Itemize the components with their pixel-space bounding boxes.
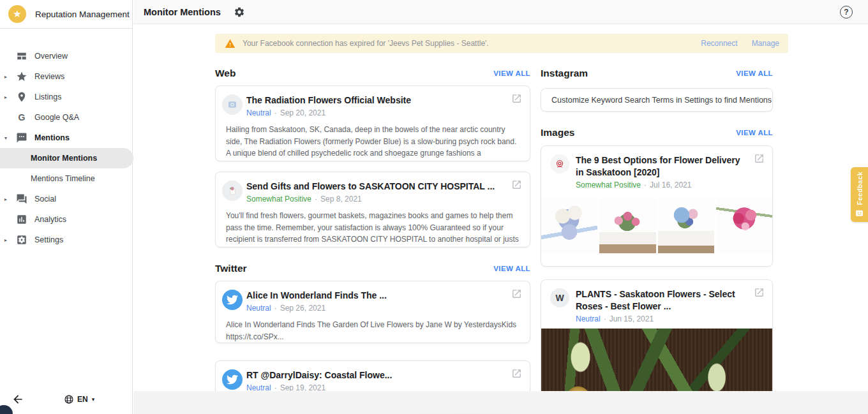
twitter-mention-card[interactable]: Alice In Wonderland Finds The ... Neutra… xyxy=(215,281,530,343)
open-in-new-icon[interactable] xyxy=(511,93,522,104)
twitter-mention-card[interactable]: RT @DarrylDaisy: Coastal Flowe... Neutra… xyxy=(215,360,530,391)
section-title-web: Web xyxy=(215,68,236,79)
caret-down-icon: ▾ xyxy=(92,396,95,403)
smiley-icon xyxy=(855,209,864,218)
section-title-images: Images xyxy=(541,127,574,138)
mention-title[interactable]: Alice In Wonderland Finds The ... xyxy=(246,290,387,302)
mention-date: Sep 8, 2021 xyxy=(320,195,362,203)
open-in-new-icon[interactable] xyxy=(511,368,522,379)
web-mention-card[interactable]: Send Gifts and Flowers to SASKATOON CITY… xyxy=(215,172,530,248)
twitter-view-all-link[interactable]: VIEW ALL xyxy=(493,265,530,272)
help-icon[interactable]: ? xyxy=(840,6,853,18)
page-title: Monitor Mentions xyxy=(144,7,221,17)
language-label: EN xyxy=(77,395,88,404)
sentiment-link[interactable]: Neutral xyxy=(246,383,271,391)
question-mark: ? xyxy=(844,8,848,17)
mention-title[interactable]: The 9 Best Options for Flower Delivery i… xyxy=(576,154,744,179)
location-pin-icon xyxy=(15,91,29,103)
chevron-down-icon[interactable]: ▾ xyxy=(0,135,11,141)
photo-thumbnails xyxy=(541,197,772,253)
separator: · xyxy=(274,304,277,313)
web-view-all-link[interactable]: VIEW ALL xyxy=(493,70,530,77)
image-mention-card[interactable]: W PLANTS - Saskatoon Flowers - Select Ro… xyxy=(541,279,773,391)
separator: · xyxy=(604,314,606,323)
feedback-tab[interactable]: Feedback xyxy=(851,167,868,222)
photo-white-blue-bouquet[interactable] xyxy=(541,197,597,253)
sidebar-item-analytics[interactable]: Analytics xyxy=(0,209,132,230)
forum-icon xyxy=(15,193,29,205)
mention-date: Sep 19, 2021 xyxy=(280,383,326,391)
photo-pink-arrangement-in-vase[interactable] xyxy=(599,197,655,253)
sentiment-link[interactable]: Neutral xyxy=(246,304,271,313)
sidebar-item-label: Reviews xyxy=(34,72,64,81)
chevron-right-icon[interactable]: ▸ xyxy=(0,196,11,202)
sidebar-item-label: Social xyxy=(34,195,56,203)
sidebar-item-overview[interactable]: Overview xyxy=(0,46,132,66)
google-g-icon: G xyxy=(15,112,29,122)
open-in-new-icon[interactable] xyxy=(511,179,522,190)
sidebar-item-listings[interactable]: ▸ Listings xyxy=(0,87,132,107)
mention-date: Sep 26, 2021 xyxy=(280,304,326,313)
sidebar-item-monitor-mentions[interactable]: Monitor Mentions xyxy=(0,148,133,168)
mention-title[interactable]: The Radiation Flowers Official Website xyxy=(246,94,411,107)
instagram-empty-card: Customize Keyword Search Terms in Settin… xyxy=(541,88,773,112)
bar-chart-icon xyxy=(15,214,29,225)
feedback-label: Feedback xyxy=(856,172,864,205)
instagram-section-header: Instagram VIEW ALL xyxy=(541,67,773,80)
sidebar-item-mentions[interactable]: ▾ Mentions xyxy=(0,128,132,148)
sidebar-item-label: Mentions xyxy=(34,133,70,142)
app-root: ★ Reputation Management Overview ▸ Revie… xyxy=(0,0,868,414)
brand-name: Reputation Management xyxy=(35,10,130,19)
photo-pineapples-and-leaves[interactable] xyxy=(541,329,772,391)
twitter-section-header: Twitter VIEW ALL xyxy=(215,262,530,275)
mention-title[interactable]: Send Gifts and Flowers to SASKATOON CITY… xyxy=(246,181,495,193)
sidebar-item-label: Listings xyxy=(34,92,61,101)
open-in-new-icon[interactable] xyxy=(754,153,765,164)
section-title-twitter: Twitter xyxy=(215,263,247,274)
twitter-bird-icon xyxy=(222,290,243,310)
language-selector[interactable]: EN ▾ xyxy=(64,394,94,404)
images-view-all-link[interactable]: VIEW ALL xyxy=(736,129,773,137)
open-in-new-icon[interactable] xyxy=(754,287,765,298)
weebly-logo-avatar: W xyxy=(550,288,569,307)
settings-gear-icon[interactable] xyxy=(234,6,245,18)
gift-shop-avatar xyxy=(222,181,243,201)
sidebar-item-settings[interactable]: ▸ Settings xyxy=(0,230,132,250)
topbar: Monitor Mentions ? xyxy=(133,0,868,24)
sidebar-item-reviews[interactable]: ▸ Reviews xyxy=(0,66,132,87)
back-arrow-icon[interactable] xyxy=(11,393,24,406)
bottom-shadow xyxy=(248,396,682,414)
rose-logo-avatar xyxy=(550,154,569,174)
instagram-view-all-link[interactable]: VIEW ALL xyxy=(736,70,773,77)
sidebar-header: ★ Reputation Management xyxy=(0,0,132,29)
sidebar: ★ Reputation Management Overview ▸ Revie… xyxy=(0,0,133,414)
sidebar-item-google-qa[interactable]: G Google Q&A xyxy=(0,107,132,128)
photo-blue-hydrangea-in-vase[interactable] xyxy=(658,197,714,253)
chevron-right-icon[interactable]: ▸ xyxy=(0,237,11,243)
right-column: Instagram VIEW ALL Customize Keyword Sea… xyxy=(541,25,773,391)
separator: · xyxy=(274,108,277,117)
mention-body: You'll find fresh flowers, gourmet baske… xyxy=(216,203,530,248)
web-mention-card[interactable]: The Radiation Flowers Official Website N… xyxy=(215,85,530,161)
chevron-right-icon[interactable]: ▸ xyxy=(0,74,11,80)
images-section-header: Images VIEW ALL xyxy=(541,126,773,139)
open-in-new-icon[interactable] xyxy=(511,288,522,299)
mention-title[interactable]: RT @DarrylDaisy: Coastal Flowe... xyxy=(246,369,392,381)
image-mention-card[interactable]: The 9 Best Options for Flower Delivery i… xyxy=(541,145,773,267)
photo-pink-gerbera-bouquet[interactable] xyxy=(716,197,772,253)
sentiment-link[interactable]: Neutral xyxy=(246,108,271,117)
sidebar-item-mentions-timeline[interactable]: Mentions Timeline xyxy=(0,168,132,189)
chat-bubble-icon xyxy=(15,132,29,144)
sidebar-item-social[interactable]: ▸ Social xyxy=(0,189,132,209)
web-section-header: Web VIEW ALL xyxy=(215,67,530,80)
sidebar-item-label: Google Q&A xyxy=(34,113,79,122)
sentiment-link[interactable]: Somewhat Positive xyxy=(576,181,641,189)
mention-title[interactable]: PLANTS - Saskatoon Flowers - Select Rose… xyxy=(576,288,744,313)
sentiment-link[interactable]: Somewhat Positive xyxy=(246,195,311,203)
sentiment-link[interactable]: Neutral xyxy=(576,314,601,323)
separator: · xyxy=(274,383,277,391)
chevron-right-icon[interactable]: ▸ xyxy=(0,94,11,100)
sidebar-item-label: Analytics xyxy=(34,215,66,224)
brand-logo: ★ xyxy=(8,5,26,23)
sidebar-footer: EN ▾ xyxy=(0,385,132,414)
